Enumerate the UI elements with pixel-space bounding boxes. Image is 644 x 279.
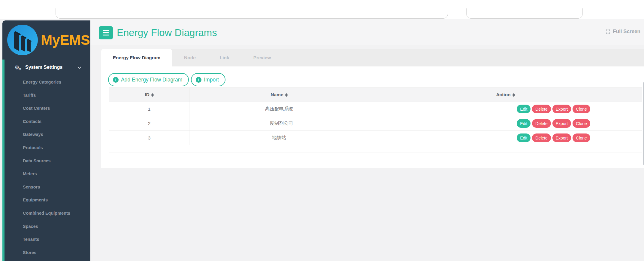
sort-icon (151, 93, 154, 97)
column-id-label: ID (145, 92, 150, 97)
scrollbar-thumb[interactable] (643, 82, 644, 165)
hamburger-icon[interactable] (99, 26, 113, 39)
cell-actions: EditDeleteExportClone (369, 102, 642, 116)
table-row: 2一度制剂公司EditDeleteExportClone (109, 116, 642, 131)
import-button-label: Import (204, 77, 219, 83)
content-header: Energy Flow Diagrams Full Screen (90, 19, 644, 45)
cell-id: 2 (109, 116, 189, 131)
cell-name: 一度制剂公司 (189, 116, 369, 131)
sort-icon (512, 93, 515, 97)
sidebar-item-data-sources[interactable]: Data Sources (2, 155, 90, 168)
chevron-down-icon (77, 65, 81, 69)
clone-button[interactable]: Clone (573, 105, 590, 113)
myems-logo-icon (7, 24, 38, 56)
sort-icon (285, 93, 288, 97)
plus-circle-icon: + (196, 77, 201, 83)
export-button[interactable]: Export (552, 133, 571, 142)
cell-id: 3 (109, 131, 189, 145)
clone-button[interactable]: Clone (573, 119, 590, 128)
top-search-input[interactable] (56, 8, 448, 19)
column-action-label: Action (496, 92, 510, 97)
plus-circle-icon: + (113, 77, 119, 83)
sidebar-item-protocols[interactable]: Protocols (2, 141, 90, 155)
top-secondary-input[interactable] (466, 8, 583, 19)
sidebar-item-gateways[interactable]: Gateways (2, 128, 90, 141)
sidebar-item-contacts[interactable]: Contacts (2, 115, 90, 128)
edit-button[interactable]: Edit (517, 119, 531, 128)
sidebar-section-system-settings[interactable]: ⚙︎⚙︎ System Settings (2, 60, 90, 75)
table-empty-row (109, 145, 642, 152)
column-header-name[interactable]: Name (189, 88, 369, 102)
cell-name: 地铁站 (189, 131, 369, 145)
page-background: MyEMS ⚙︎⚙︎ System Settings Energy Catego… (0, 19, 644, 261)
export-button[interactable]: Export (552, 105, 571, 113)
sidebar-item-combined-equipments[interactable]: Combined Equipments (2, 207, 90, 220)
sidebar-item-spaces[interactable]: Spaces (2, 220, 90, 233)
sidebar-item-meters[interactable]: Meters (2, 167, 90, 181)
app-logo-text: MyEMS (41, 32, 90, 48)
sidebar-menu: Energy CategoriesTariffsCost CentersCont… (2, 76, 90, 259)
delete-button[interactable]: Delete (532, 133, 551, 142)
sidebar-item-cost-centers[interactable]: Cost Centers (2, 102, 90, 115)
column-header-id[interactable]: ID (109, 88, 189, 102)
expand-arrows-icon (605, 29, 611, 34)
page-title: Energy Flow Diagrams (117, 27, 217, 38)
table-row: 1高压配电系统EditDeleteExportClone (109, 102, 642, 116)
column-name-label: Name (271, 92, 283, 97)
cell-actions: EditDeleteExportClone (369, 131, 642, 145)
bottom-margin (0, 261, 644, 279)
cogs-icon: ⚙︎⚙︎ (14, 65, 22, 70)
add-button-label: Add Energy Flow Diagram (121, 77, 182, 83)
tab-energy-flow-diagram[interactable]: Energy Flow Diagram (101, 49, 172, 66)
cell-id: 1 (109, 102, 189, 116)
sidebar-item-sensors[interactable]: Sensors (2, 181, 90, 194)
sidebar-item-tariffs[interactable]: Tariffs (2, 89, 90, 102)
sidebar-section-label: System Settings (25, 65, 62, 70)
tab-node[interactable]: Node (172, 49, 208, 66)
toolbar: + Add Energy Flow Diagram + Import (108, 73, 225, 86)
table-row: 3地铁站EditDeleteExportClone (109, 131, 642, 145)
table-body: 1高压配电系统EditDeleteExportClone2一度制剂公司EditD… (109, 102, 642, 152)
empty-cell (109, 145, 642, 152)
sidebar-item-equipments[interactable]: Equipments (2, 194, 90, 207)
edit-button[interactable]: Edit (517, 133, 531, 142)
fullscreen-label: Full Screen (613, 29, 640, 35)
delete-button[interactable]: Delete (532, 105, 551, 113)
tabstrip: Energy Flow DiagramNodeLinkPreview (101, 49, 644, 66)
sidebar-item-energy-categories[interactable]: Energy Categories (2, 76, 90, 89)
sidebar-item-stores[interactable]: Stores (2, 246, 90, 259)
tab-preview[interactable]: Preview (241, 49, 283, 66)
myems-admin-screen: MyEMS ⚙︎⚙︎ System Settings Energy Catego… (0, 0, 644, 279)
cell-actions: EditDeleteExportClone (369, 116, 642, 131)
fullscreen-button[interactable]: Full Screen (605, 29, 640, 35)
sidebar-item-tenants[interactable]: Tenants (2, 233, 90, 246)
logo-block[interactable]: MyEMS (2, 20, 90, 60)
diagrams-table: ID Name Action 1高压配电系统EditDeleteExportCl… (109, 87, 642, 152)
column-header-action[interactable]: Action (369, 88, 642, 102)
clone-button[interactable]: Clone (573, 133, 590, 142)
sidebar: MyEMS ⚙︎⚙︎ System Settings Energy Catego… (2, 20, 90, 261)
content-card: + Add Energy Flow Diagram + Import ID Na… (101, 66, 644, 168)
browser-top-strip (0, 0, 644, 19)
export-button[interactable]: Export (552, 119, 571, 128)
tab-link[interactable]: Link (208, 49, 241, 66)
cell-name: 高压配电系统 (189, 102, 369, 116)
import-button[interactable]: + Import (191, 73, 225, 86)
add-energy-flow-diagram-button[interactable]: + Add Energy Flow Diagram (108, 73, 189, 86)
edit-button[interactable]: Edit (517, 105, 531, 113)
delete-button[interactable]: Delete (532, 119, 551, 128)
